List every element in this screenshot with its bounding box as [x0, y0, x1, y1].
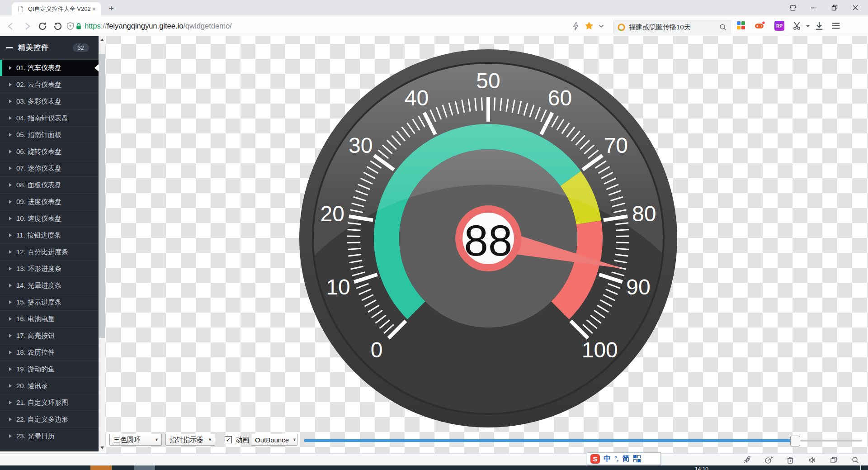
page-favicon-icon: [17, 5, 24, 13]
close-window-button[interactable]: [851, 3, 860, 12]
easing-select[interactable]: OutBounce ▼: [251, 434, 297, 446]
apps-grid-icon: [736, 21, 745, 30]
extension-rp-button[interactable]: RP: [774, 21, 784, 31]
ime-toolbox-icon[interactable]: [633, 455, 641, 462]
back-arrow-icon: [5, 21, 16, 32]
ime-simplified-mode[interactable]: 简: [623, 454, 630, 464]
sidebar-item-label: 03. 多彩仪表盘: [16, 97, 61, 106]
screenshot-scissors-button[interactable]: [793, 21, 802, 31]
browser-tab[interactable]: Qt自定义控件大全 V2021 (Q ×: [12, 2, 101, 15]
sidebar-item-label: 20. 通讯录: [16, 382, 48, 390]
sidebar-item-11[interactable]: 11. 按钮进度条: [0, 227, 99, 243]
sidebar-item-13[interactable]: 13. 环形进度条: [0, 260, 99, 277]
forward-button[interactable]: [22, 21, 33, 32]
sidebar-item-08[interactable]: 08. 面板仪表盘: [0, 176, 99, 193]
indicator-style-select[interactable]: 指针指示器 ▼: [165, 434, 215, 446]
extension-game-center-button[interactable]: [755, 21, 764, 31]
sidebar-item-02[interactable]: 02. 云台仪表盘: [0, 76, 99, 93]
sogou-ime-bar[interactable]: S 中 °, 简: [587, 452, 661, 465]
ring-style-select[interactable]: 三色圆环 ▼: [109, 434, 162, 446]
sidebar-item-label: 04. 指南针仪表盘: [16, 114, 68, 123]
sidebar-item-20[interactable]: 20. 通讯录: [0, 377, 99, 394]
search-icon[interactable]: [719, 23, 727, 31]
shirt-icon: [789, 4, 797, 12]
triangle-right-icon: [9, 434, 12, 438]
minimize-button[interactable]: [809, 3, 818, 12]
ime-chinese-mode[interactable]: 中: [604, 454, 611, 464]
sidebar-item-09[interactable]: 09. 进度仪表盘: [0, 193, 99, 210]
scrollbar-thumb[interactable]: [99, 54, 105, 338]
bookmark-star-button[interactable]: [584, 21, 595, 32]
sidebar-item-18[interactable]: 18. 农历控件: [0, 344, 99, 361]
sidebar-item-06[interactable]: 06. 旋转仪表盘: [0, 143, 99, 160]
search-box[interactable]: 福建或隐匿传播10天: [613, 20, 731, 34]
sidebar-item-01[interactable]: 01. 汽车仪表盘: [0, 59, 99, 76]
triangle-right-icon: [9, 83, 12, 86]
triangle-right-icon: [9, 233, 12, 237]
url-scheme: https: [85, 22, 101, 30]
sidebar-item-label: 06. 旋转仪表盘: [16, 147, 61, 156]
forward-arrow-icon: [22, 21, 33, 32]
selected-marker-icon: [94, 64, 99, 71]
cascade-windows-button[interactable]: [829, 456, 838, 465]
quick-action-button[interactable]: [571, 21, 582, 32]
undo-history-button[interactable]: [52, 21, 63, 32]
url-field[interactable]: https://feiyangqingyun.gitee.io/qwidgetd…: [85, 15, 232, 36]
extension-apps-grid-button[interactable]: [736, 21, 746, 31]
taskbar-app-active[interactable]: [90, 465, 112, 470]
sidebar-item-14[interactable]: 14. 光晕进度条: [0, 277, 99, 294]
trash-button[interactable]: [786, 456, 795, 465]
sidebar-item-17[interactable]: 17. 高亮按钮: [0, 327, 99, 344]
caret-down-icon: [805, 24, 811, 29]
sidebar-group-header[interactable]: 精美控件 32: [0, 36, 99, 59]
ime-punctuation-mode[interactable]: °,: [614, 455, 619, 462]
sidebar-scrollbar[interactable]: [99, 36, 105, 451]
sidebar-item-23[interactable]: 23. 光晕日历: [0, 427, 99, 444]
sidebar-item-label: 01. 汽车仪表盘: [16, 64, 61, 72]
minimize-icon: [810, 4, 817, 11]
sidebar-item-16[interactable]: 16. 电池电量: [0, 310, 99, 327]
new-tab-button[interactable]: +: [107, 4, 116, 13]
value-slider-handle[interactable]: [790, 436, 800, 446]
rocket-button[interactable]: [742, 456, 751, 465]
value-slider-track-filled[interactable]: [304, 439, 795, 442]
scissors-dropdown-button[interactable]: [805, 24, 815, 33]
search-suggestion-text: 福建或隐匿传播10天: [629, 23, 716, 32]
animation-checkbox[interactable]: ✓: [225, 436, 232, 443]
scroll-down-button[interactable]: [99, 444, 105, 451]
sogou-logo-icon[interactable]: S: [590, 454, 600, 464]
sidebar-item-22[interactable]: 22. 自定义多边形: [0, 411, 99, 427]
sidebar-item-label: 14. 光晕进度条: [16, 281, 61, 290]
downloads-button[interactable]: [814, 21, 824, 31]
tab-close-icon[interactable]: ×: [90, 5, 98, 13]
taskbar-clock: 14:10: [695, 466, 708, 470]
theme-skin-button[interactable]: [788, 3, 797, 12]
sidebar-item-07[interactable]: 07. 迷你仪表盘: [0, 160, 99, 176]
sidebar-item-12[interactable]: 12. 百分比进度条: [0, 243, 99, 260]
bookmark-dropdown-button[interactable]: [597, 22, 608, 33]
back-button[interactable]: [5, 21, 16, 32]
main-menu-button[interactable]: [831, 21, 841, 31]
sidebar-item-label: 23. 光晕日历: [16, 432, 55, 441]
tab-title: Qt自定义控件大全 V2021 (Q: [28, 5, 90, 13]
sidebar-item-03[interactable]: 03. 多彩仪表盘: [0, 93, 99, 109]
reload-button[interactable]: [37, 21, 48, 32]
speaker-button[interactable]: [807, 456, 816, 465]
sidebar-item-04[interactable]: 04. 指南针仪表盘: [0, 109, 99, 126]
search-button[interactable]: [851, 456, 860, 465]
sidebar-item-15[interactable]: 15. 提示进度条: [0, 294, 99, 310]
triangle-right-icon: [9, 166, 12, 170]
sidebar-item-19[interactable]: 19. 游动的鱼: [0, 361, 99, 377]
sidebar-item-21[interactable]: 21. 自定义环形图: [0, 394, 99, 411]
value-slider-track-empty[interactable]: [795, 440, 862, 442]
scroll-up-button[interactable]: [99, 36, 105, 43]
sidebar-item-label: 08. 面板仪表盘: [16, 181, 61, 190]
sidebar-item-05[interactable]: 05. 指南针面板: [0, 126, 99, 143]
chevron-down-icon: [597, 22, 605, 30]
taskbar-app[interactable]: [134, 465, 155, 470]
sidebar-item-10[interactable]: 10. 速度仪表盘: [0, 210, 99, 227]
group-count-badge: 32: [73, 43, 89, 52]
easing-value: OutBounce: [255, 436, 289, 444]
restore-button[interactable]: [830, 3, 839, 12]
dashboard-add-button[interactable]: [764, 456, 773, 465]
